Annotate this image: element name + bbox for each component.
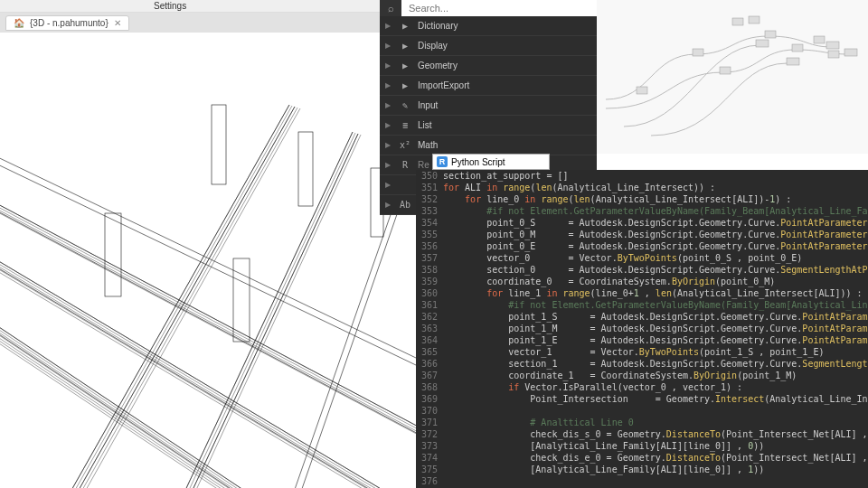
- view-tab-label: {3D - n.pahumunto}: [30, 18, 108, 28]
- code-line[interactable]: 371 # Analttical Line 0: [416, 417, 868, 428]
- line-number: 361: [416, 299, 443, 311]
- code-line[interactable]: 361 #if not Element.GetParameterValueByN…: [416, 299, 868, 311]
- code-line[interactable]: 365 vector_1 = Vector.ByTwoPoints(point_…: [416, 346, 868, 358]
- line-number: 376: [416, 475, 443, 487]
- svg-line-11: [170, 134, 358, 488]
- code-line[interactable]: 374 check_dis_e_0 = Geometry.DistanceTo(…: [416, 452, 868, 464]
- code-line[interactable]: 355 point_0_M = Autodesk.DesignScript.Ge…: [416, 229, 868, 240]
- line-number: 374: [416, 452, 443, 464]
- code-line[interactable]: 372 check_dis_s_0 = Geometry.DistanceTo(…: [416, 428, 868, 440]
- code-text: point_1_S = Autodesk.DesignScript.Geomet…: [443, 311, 868, 323]
- line-number: 370: [416, 405, 443, 417]
- library-item-label: Display: [418, 41, 448, 51]
- code-line[interactable]: 351for ALI in range(len(Analytical_Line_…: [416, 182, 868, 193]
- line-number: 366: [416, 358, 443, 370]
- chevron-right-icon: ▶: [385, 161, 392, 169]
- line-number: 373: [416, 440, 443, 452]
- search-icon: ⌕: [380, 0, 401, 16]
- category-icon: ✎: [400, 100, 410, 110]
- code-text: # Analttical Line 0: [443, 417, 634, 428]
- code-text: [Analytical_Line_Family[ALI][line_0]] , …: [443, 440, 764, 452]
- svg-rect-25: [814, 36, 825, 43]
- library-item[interactable]: ▶x²Math: [380, 136, 597, 155]
- code-text: for line_0 in range(len(Analytical_Line_…: [443, 193, 791, 205]
- code-title-label: Python Script: [451, 157, 505, 167]
- category-icon: ▶: [400, 61, 410, 70]
- code-line[interactable]: 367 coordinate_1 = CoordinateSystem.ByOr…: [416, 370, 868, 381]
- library-item-label: Dictionary: [418, 21, 458, 31]
- line-number: 351: [416, 182, 443, 193]
- svg-line-5: [0, 248, 434, 488]
- code-text: [443, 475, 530, 487]
- svg-line-1: [0, 148, 416, 365]
- code-text: if Vector.IsParallel(vector_0 , vector_1…: [443, 381, 742, 393]
- code-line[interactable]: 375 [Analytical_Line_Family[ALI][line_0]…: [416, 464, 868, 475]
- code-window-title[interactable]: R Python Script: [432, 154, 550, 170]
- svg-rect-24: [792, 44, 803, 52]
- code-line[interactable]: 352 for line_0 in range(len(Analytical_L…: [416, 193, 868, 205]
- code-text: #if not Element.GetParameterValueByName(…: [443, 205, 868, 217]
- chevron-right-icon: ▶: [385, 81, 392, 89]
- code-text: vector_1 = Vector.ByTwoPoints(point_1_S …: [443, 346, 824, 358]
- code-line[interactable]: 369 Point_Intersection = Geometry.Inters…: [416, 393, 868, 405]
- code-line[interactable]: 358 section_0 = Autodesk.DesignScript.Ge…: [416, 264, 868, 276]
- code-text: vector_0 = Vector.ByTwoPoints(point_0_S …: [443, 252, 802, 264]
- code-line[interactable]: 362 point_1_S = Autodesk.DesignScript.Ge…: [416, 311, 868, 323]
- library-item[interactable]: ▶≣List: [380, 116, 597, 136]
- code-text: point_0_E = Autodesk.DesignScript.Geomet…: [443, 240, 868, 252]
- code-line[interactable]: 370: [416, 405, 868, 417]
- line-number: 352: [416, 193, 443, 205]
- code-line[interactable]: 364 point_1_E = Autodesk.DesignScript.Ge…: [416, 334, 868, 346]
- code-line[interactable]: 368 if Vector.IsParallel(vector_0 , vect…: [416, 381, 868, 393]
- library-item[interactable]: ▶▶Dictionary: [380, 16, 597, 36]
- svg-line-10: [163, 132, 353, 488]
- line-number: 358: [416, 264, 443, 276]
- code-text: point_1_M = Autodesk.DesignScript.Geomet…: [443, 323, 868, 334]
- library-item[interactable]: ▶▶ImportExport: [380, 76, 597, 96]
- node-graph[interactable]: [597, 0, 868, 154]
- code-line[interactable]: 363 point_1_M = Autodesk.DesignScript.Ge…: [416, 323, 868, 334]
- code-line[interactable]: 357 vector_0 = Vector.ByTwoPoints(point_…: [416, 252, 868, 264]
- 3d-viewport[interactable]: [0, 33, 434, 488]
- library-item-label: List: [418, 120, 432, 130]
- view-tab[interactable]: 🏠 {3D - n.pahumunto} ✕: [5, 15, 129, 31]
- code-editor[interactable]: 350section_at_support = []351for ALI in …: [416, 170, 868, 488]
- svg-line-0: [0, 141, 416, 358]
- code-text: section_0 = Autodesk.DesignScript.Geomet…: [443, 264, 868, 276]
- svg-line-13: [278, 170, 412, 488]
- menu-settings[interactable]: Settings: [154, 1, 186, 11]
- revit-icon: R: [437, 156, 448, 167]
- category-icon: ≣: [400, 120, 410, 130]
- code-line[interactable]: 360 for line_1 in range(line_0+1 , len(A…: [416, 287, 868, 299]
- library-item-label: ImportExport: [418, 80, 469, 90]
- code-text: [Analytical_Line_Family[ALI][line_0]] , …: [443, 464, 764, 475]
- code-text: section_1 = Autodesk.DesignScript.Geomet…: [443, 358, 868, 370]
- line-number: 364: [416, 334, 443, 346]
- svg-rect-30: [749, 16, 760, 23]
- line-number: 375: [416, 464, 443, 475]
- svg-rect-20: [720, 67, 731, 74]
- code-line[interactable]: 373 [Analytical_Line_Family[ALI][line_0]…: [416, 440, 868, 452]
- chevron-right-icon: ▶: [385, 61, 392, 70]
- library-item[interactable]: ▶✎Input: [380, 96, 597, 116]
- line-number: 371: [416, 417, 443, 428]
- library-item[interactable]: ▶▶Geometry: [380, 56, 597, 76]
- code-line[interactable]: 359 coordinate_0 = CoordinateSystem.ByOr…: [416, 276, 868, 287]
- code-text: for line_1 in range(line_0+1 , len(Analy…: [443, 287, 863, 299]
- line-number: 363: [416, 323, 443, 334]
- code-line[interactable]: 376: [416, 475, 868, 487]
- line-number: 367: [416, 370, 443, 381]
- library-item[interactable]: ▶▶Display: [380, 36, 597, 56]
- code-line[interactable]: 356 point_0_E = Autodesk.DesignScript.Ge…: [416, 240, 868, 252]
- code-line[interactable]: 366 section_1 = Autodesk.DesignScript.Ge…: [416, 358, 868, 370]
- code-text: coordinate_0 = CoordinateSystem.ByOrigin…: [443, 276, 775, 287]
- code-line[interactable]: 350section_at_support = []: [416, 170, 868, 182]
- code-line[interactable]: 354 point_0_S = Autodesk.DesignScript.Ge…: [416, 217, 868, 229]
- close-icon[interactable]: ✕: [114, 18, 121, 28]
- category-icon: x²: [400, 140, 410, 150]
- code-text: point_1_E = Autodesk.DesignScript.Geomet…: [443, 334, 868, 346]
- search-input[interactable]: [401, 3, 597, 14]
- svg-line-3: [0, 193, 425, 437]
- code-line[interactable]: 353 #if not Element.GetParameterValueByN…: [416, 205, 868, 217]
- svg-rect-17: [105, 213, 121, 296]
